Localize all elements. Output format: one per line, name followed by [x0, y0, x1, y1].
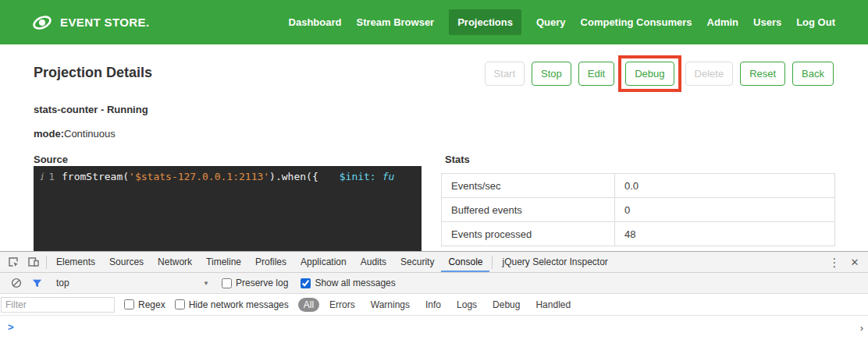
console-filter-bar: Regex Hide network messages All Errors W… — [0, 294, 868, 316]
nav-log-out[interactable]: Log Out — [796, 9, 835, 35]
separator — [46, 256, 47, 269]
tab-sources[interactable]: Sources — [102, 253, 151, 272]
debug-button[interactable]: Debug — [625, 62, 674, 86]
filter-icon[interactable] — [27, 273, 47, 293]
tab-application[interactable]: Application — [293, 253, 354, 272]
device-toolbar-icon[interactable] — [23, 252, 44, 272]
execution-context-value: top — [56, 278, 69, 288]
code-line: i 1 fromStream('$stats-127.0.0.1:2113').… — [34, 166, 422, 182]
stats-heading: Stats — [445, 154, 470, 165]
stop-button[interactable]: Stop — [532, 62, 571, 86]
code-token-plain: ).when({ — [269, 171, 318, 182]
nav-users[interactable]: Users — [753, 9, 781, 35]
inspect-element-icon[interactable] — [3, 252, 23, 272]
projection-name-status: stats-counter - Running — [34, 104, 148, 115]
clear-console-icon[interactable] — [6, 273, 27, 293]
devtools-tabbar: Elements Sources Network Timeline Profil… — [0, 252, 868, 273]
regex-input[interactable] — [124, 299, 134, 309]
brand-name: EVENT STORE. — [60, 16, 150, 29]
code-text: fromStream('$stats-127.0.0.1:2113').when… — [62, 171, 394, 182]
nav-admin[interactable]: Admin — [707, 9, 738, 35]
chevron-down-icon: ▼ — [203, 280, 209, 287]
mode-value: Continuous — [64, 128, 116, 140]
console-prompt-icon: > — [8, 321, 14, 333]
line-number: 1 — [48, 171, 55, 182]
reset-button[interactable]: Reset — [740, 62, 785, 86]
stat-label: Events processed — [442, 222, 615, 246]
code-token-string: '$stats-127.0.0.1:2113' — [129, 171, 269, 182]
stat-value: 0.0 — [615, 174, 835, 198]
separator — [492, 256, 493, 269]
preserve-log-label: Preserve log — [236, 278, 288, 288]
tab-audits[interactable]: Audits — [354, 253, 393, 272]
eventstore-logo-icon — [31, 12, 53, 34]
devtools-panel: Elements Sources Network Timeline Profil… — [0, 251, 868, 343]
source-code-editor[interactable]: i 1 fromStream('$stats-127.0.0.1:2113').… — [34, 166, 422, 252]
preserve-log-input[interactable] — [222, 278, 232, 288]
show-all-messages-input[interactable] — [301, 278, 311, 288]
level-errors[interactable]: Errors — [324, 298, 361, 312]
stat-label: Buffered events — [442, 198, 615, 222]
projection-mode: mode:Continuous — [34, 128, 116, 140]
code-token-plain: fromStream( — [62, 171, 129, 182]
stats-row-events-processed: Events processed 48 — [442, 222, 835, 246]
edit-button[interactable]: Edit — [578, 62, 614, 86]
code-token-key: $init: — [340, 171, 376, 182]
nav-query[interactable]: Query — [536, 9, 566, 35]
tab-jquery-selector-inspector[interactable]: jQuery Selector Inspector — [495, 253, 614, 272]
stats-row-buffered-events: Buffered events 0 — [442, 198, 835, 222]
devtools-close-icon[interactable]: ✕ — [845, 252, 865, 272]
show-all-messages-checkbox[interactable]: Show all messages — [301, 278, 395, 288]
show-all-messages-label: Show all messages — [315, 278, 395, 288]
tab-network[interactable]: Network — [151, 253, 199, 272]
nav-projections[interactable]: Projections — [449, 9, 521, 35]
tab-timeline[interactable]: Timeline — [199, 253, 248, 272]
tab-console[interactable]: Console — [441, 253, 489, 272]
main-nav: Dashboard Stream Browser Projections Que… — [289, 9, 835, 35]
console-input-row[interactable]: > › — [0, 316, 868, 343]
regex-label: Regex — [138, 299, 165, 310]
nav-dashboard[interactable]: Dashboard — [289, 9, 342, 35]
nav-competing-consumers[interactable]: Competing Consumers — [581, 9, 692, 35]
hide-network-messages-checkbox[interactable]: Hide network messages — [175, 299, 289, 310]
preserve-log-checkbox[interactable]: Preserve log — [222, 278, 288, 288]
level-handled[interactable]: Handled — [530, 298, 576, 312]
level-debug[interactable]: Debug — [487, 298, 525, 312]
level-logs[interactable]: Logs — [451, 298, 482, 312]
stat-value: 0 — [615, 198, 835, 222]
back-button[interactable]: Back — [792, 62, 834, 86]
editor-gutter: i 1 — [34, 171, 62, 182]
execution-context-selector[interactable]: top ▼ — [56, 278, 209, 288]
code-token-keyword: fu — [382, 171, 395, 182]
source-heading: Source — [34, 154, 68, 165]
tab-profiles[interactable]: Profiles — [248, 253, 293, 272]
page-title: Projection Details — [34, 65, 152, 81]
hide-network-messages-label: Hide network messages — [189, 299, 289, 310]
debug-highlight-annotation: Debug — [618, 55, 681, 92]
top-navigation-bar: EVENT STORE. Dashboard Stream Browser Pr… — [0, 0, 868, 44]
level-info[interactable]: Info — [420, 298, 446, 312]
start-button[interactable]: Start — [485, 62, 525, 86]
gutter-info-marker: i — [40, 171, 43, 182]
console-toolbar: top ▼ Preserve log Show all messages — [0, 273, 868, 294]
devtools-menu-icon[interactable]: ⋮ — [824, 252, 845, 272]
scroll-right-arrow-icon[interactable]: › — [860, 323, 863, 334]
brand[interactable]: EVENT STORE. — [31, 12, 150, 34]
level-all[interactable]: All — [298, 298, 319, 312]
stats-row-events-per-sec: Events/sec 0.0 — [442, 174, 835, 198]
hide-network-messages-input[interactable] — [175, 299, 185, 309]
tab-elements[interactable]: Elements — [49, 253, 102, 272]
projection-action-buttons: Start Stop Edit Debug Delete Reset Back — [485, 62, 834, 86]
stat-value: 48 — [615, 222, 835, 246]
regex-checkbox[interactable]: Regex — [124, 299, 165, 310]
delete-button[interactable]: Delete — [685, 62, 734, 86]
filter-input[interactable] — [1, 297, 115, 313]
nav-stream-browser[interactable]: Stream Browser — [356, 9, 434, 35]
stats-table: Events/sec 0.0 Buffered events 0 Events … — [441, 173, 835, 246]
level-warnings[interactable]: Warnings — [365, 298, 415, 312]
stat-label: Events/sec — [442, 174, 615, 198]
tab-security[interactable]: Security — [393, 253, 441, 272]
mode-label: mode: — [34, 128, 64, 140]
